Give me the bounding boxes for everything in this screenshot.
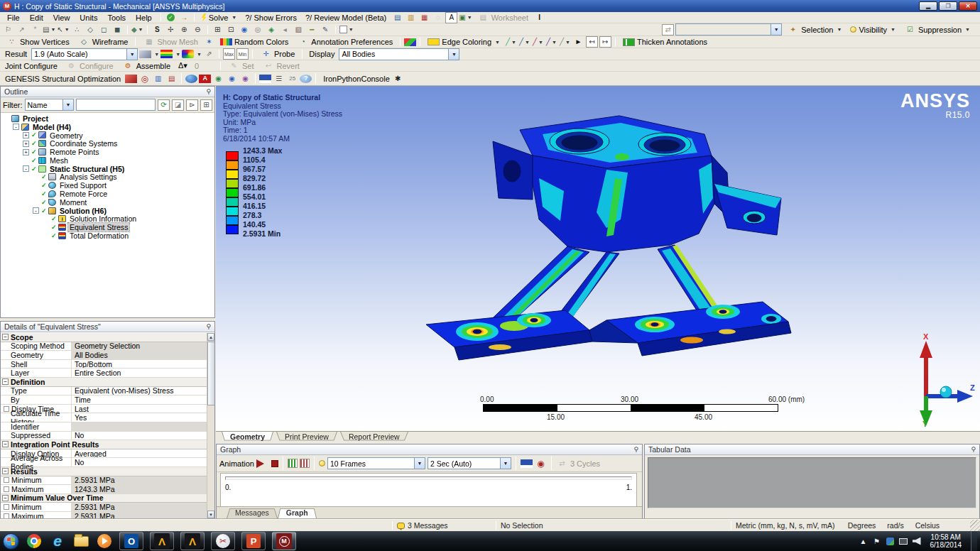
wireframe-button[interactable]: ◇ Wireframe: [75, 35, 132, 49]
expander-icon[interactable]: +: [23, 149, 29, 156]
genesis-analysis-icon[interactable]: A: [199, 75, 211, 83]
checkbox-icon[interactable]: [4, 406, 9, 412]
minimize-button[interactable]: ▂: [919, 1, 937, 11]
menu-tools[interactable]: Tools: [102, 13, 131, 23]
action-center-flag-icon[interactable]: ⚑: [873, 538, 881, 545]
checkbox-icon[interactable]: [4, 504, 9, 510]
show-desktop-button[interactable]: [971, 531, 977, 551]
vector-display-icon[interactable]: ⇗: [203, 48, 215, 60]
property-value[interactable]: 1243.3 MPa: [72, 485, 207, 493]
tree-item-moment[interactable]: ✓Moment: [3, 198, 214, 207]
probe-star-icon[interactable]: ✶: [203, 36, 215, 48]
property-value[interactable]: Geometry Selection: [72, 342, 207, 351]
close-button[interactable]: ✕: [959, 1, 977, 11]
property-value[interactable]: [72, 422, 207, 431]
details-section-definition[interactable]: −Definition: [1, 378, 207, 387]
ironpython-console-button[interactable]: IronPythonConsole ✱: [320, 72, 408, 86]
direction-pointer-icon[interactable]: ↗: [16, 24, 28, 36]
collapse-icon[interactable]: −: [2, 468, 9, 474]
model-canvas[interactable]: [393, 113, 805, 405]
edge-start-icon[interactable]: ↤: [586, 36, 598, 48]
configure-button[interactable]: ⚙ Configure: [62, 59, 117, 73]
genesis-ring-icon[interactable]: ◎: [138, 73, 151, 84]
geometry-display-icon[interactable]: [139, 50, 151, 58]
unit-convert-icon[interactable]: ⇄: [662, 24, 674, 36]
details-section-results[interactable]: −Results: [1, 467, 207, 476]
display-combo[interactable]: All Bodies ▼: [339, 48, 459, 60]
tray-app-icon[interactable]: [886, 538, 894, 545]
tags-icon[interactable]: ✎: [320, 24, 332, 36]
expander-icon[interactable]: +: [23, 132, 29, 138]
result-sets-icon[interactable]: [300, 459, 310, 468]
iso-view-icon[interactable]: ◈: [266, 24, 278, 36]
details-pin-icon[interactable]: ⚲: [206, 323, 211, 330]
edge-arrow-icon[interactable]: ►: [572, 36, 584, 48]
menu-edit[interactable]: Edit: [25, 13, 48, 23]
contour-bands-icon[interactable]: [160, 50, 173, 58]
ansys-workbench-taskbar-icon[interactable]: Λ: [150, 532, 174, 550]
property-value[interactable]: 2.5931 MPa: [72, 476, 207, 485]
revert-button[interactable]: ↩ Revert: [259, 59, 303, 73]
details-section-scope[interactable]: −Scope: [1, 333, 207, 342]
assemble-button[interactable]: ⚙ Assemble: [119, 59, 174, 73]
face-select-icon[interactable]: ◻: [98, 24, 110, 36]
scroll-thumb[interactable]: [207, 342, 215, 405]
expand-all-icon[interactable]: ⊞: [200, 99, 212, 111]
timeline[interactable]: 0. 1.: [220, 473, 637, 507]
image-capture-icon[interactable]: ▣▼: [459, 12, 472, 23]
zoom-out-icon[interactable]: ⊖: [192, 24, 204, 36]
tray-expand-icon[interactable]: ▲: [859, 538, 868, 545]
tabular-pin-icon[interactable]: ⚲: [971, 446, 976, 453]
duration-combo[interactable]: 2 Sec (Auto) ▼: [428, 457, 511, 469]
label-icon[interactable]: ⚐: [2, 24, 14, 36]
pan-icon[interactable]: ✢: [165, 24, 177, 36]
edge-coloring-dropdown[interactable]: Edge Coloring ▼: [424, 36, 503, 48]
worksheet-button[interactable]: ▤ Worksheet: [474, 11, 532, 25]
menu-help[interactable]: Help: [131, 13, 157, 23]
viewport-tab-geometry[interactable]: Geometry: [222, 432, 273, 442]
named-selection-combo[interactable]: ▼: [675, 23, 782, 36]
genesis-sphere2-icon[interactable]: ◉: [226, 73, 238, 84]
refresh-tree-icon[interactable]: ⟳: [158, 99, 170, 111]
go-check-icon[interactable]: ✓: [165, 12, 177, 23]
tree-item-remote-points[interactable]: +✓Remote Points: [3, 148, 214, 156]
coordinate-probe-icon[interactable]: *: [29, 24, 41, 36]
magnifier-gray-icon[interactable]: ◎: [252, 24, 264, 36]
checkbox-icon[interactable]: [4, 477, 9, 483]
network-tray-icon[interactable]: [899, 538, 908, 545]
viewport-tab-print-preview[interactable]: Print Preview: [276, 432, 337, 442]
collapse-icon[interactable]: −: [2, 334, 9, 340]
swatch-dropdown-icon[interactable]: ▼: [339, 24, 354, 36]
genesis-sphere3-icon[interactable]: ◉: [239, 73, 251, 84]
messages-status[interactable]: 3 Messages: [393, 520, 496, 531]
start-button[interactable]: [3, 533, 19, 550]
insert-arrow-icon[interactable]: →: [178, 12, 190, 23]
collapse-icon[interactable]: −: [2, 441, 9, 447]
vertex-select-icon[interactable]: ∴: [71, 24, 83, 36]
viewport[interactable]: H: Copy of Static StructuralEquivalent S…: [216, 86, 980, 431]
details-section-minimum-value-over-time[interactable]: −Minimum Value Over Time: [1, 494, 207, 503]
prev-view-icon[interactable]: ◂: [279, 24, 291, 36]
render-mode-icon[interactable]: ▧: [293, 24, 305, 36]
graph-tab-messages[interactable]: Messages: [227, 507, 278, 518]
viewport-tab-report-preview[interactable]: Report Preview: [340, 432, 408, 442]
outline-pin-icon[interactable]: ⚲: [206, 88, 211, 95]
genesis-sphere1-icon[interactable]: ◉: [212, 73, 224, 84]
thicken-annotations-button[interactable]: Thicken Annotations: [619, 36, 711, 48]
property-value[interactable]: No: [72, 458, 207, 467]
frames-combo[interactable]: 10 Frames ▼: [327, 457, 425, 469]
expander-icon[interactable]: +: [23, 141, 29, 147]
checkbox-icon[interactable]: [4, 486, 9, 492]
edge-style-1-icon[interactable]: ╱▼: [505, 36, 517, 48]
expander-icon[interactable]: -: [13, 124, 19, 130]
snipping-tool-taskbar-icon[interactable]: ✂: [211, 532, 235, 550]
property-value[interactable]: Time: [72, 395, 207, 404]
powerpoint-taskbar-icon[interactable]: P: [241, 532, 266, 550]
property-value[interactable]: Last: [72, 405, 207, 413]
show-mesh-button[interactable]: ▦ Show Mesh: [139, 35, 201, 49]
ansys-app-taskbar-icon[interactable]: Λ: [180, 532, 205, 550]
set-button[interactable]: ✎ Set: [224, 59, 258, 73]
solve-button[interactable]: Solve ▼: [198, 12, 240, 23]
clear-filter-icon[interactable]: ◪: [172, 99, 184, 111]
orientation-triad[interactable]: X Z Y: [902, 331, 976, 427]
